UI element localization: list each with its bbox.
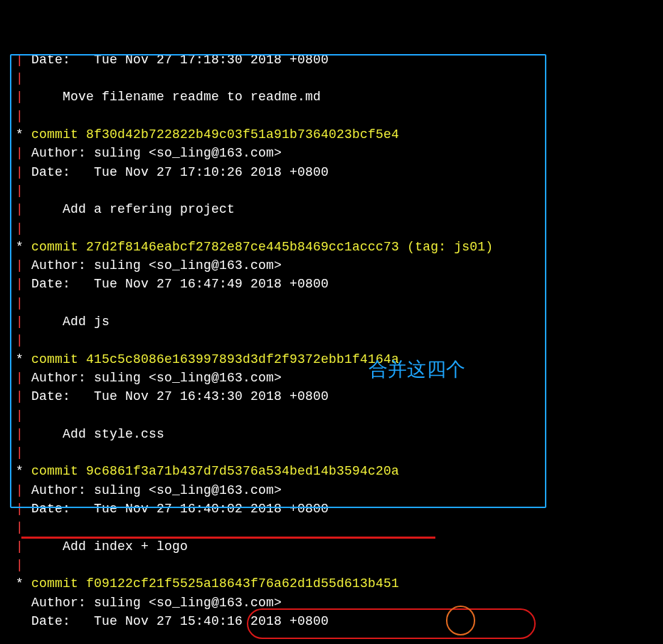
commit-date: Date: Tue Nov 27 17:18:30 2018 +0800 [31,53,329,67]
commit-date: Date: Tue Nov 27 15:40:16 2018 +0800 [31,614,329,628]
commit-author: Author: suling <so_ling@163.com> [31,258,282,273]
commit-hash: commit 27d2f8146eabcf2782e87ce445b8469cc… [31,240,399,254]
commit-tag: (tag: js01) [399,240,493,254]
commit-date: Date: Tue Nov 27 17:10:26 2018 +0800 [31,165,329,179]
commit-hash: commit 9c6861f3a71b437d7d5376a534bed14b3… [31,464,399,478]
commit-hash: commit 415c5c8086e163997893d3df2f9372ebb… [31,352,399,366]
commit-author: Author: suling <so_ling@163.com> [31,483,282,497]
commit-date: Date: Tue Nov 27 16:40:02 2018 +0800 [31,502,329,516]
commit-author: Author: suling <so_ling@163.com> [31,596,282,610]
terminal-output: | Date: Tue Nov 27 17:18:30 2018 +0800 |… [0,32,663,644]
commit-hash: commit 8f30d42b722822b49c03f51a91b736402… [31,127,399,142]
commit-date: Date: Tue Nov 27 16:43:30 2018 +0800 [31,389,329,403]
commit-message: Add index + logo [63,539,188,554]
commit-author: Author: suling <so_ling@163.com> [31,371,282,385]
commit-message: Move filename readme to readme.md [63,90,321,104]
commit-date: Date: Tue Nov 27 16:47:49 2018 +0800 [31,277,329,291]
terminal-window[interactable]: | Date: Tue Nov 27 17:18:30 2018 +0800 |… [0,0,663,644]
commit-message: Add a refering project [63,202,235,216]
commit-message: Add js [63,315,110,329]
commit-hash: commit f09122cf21f5525a18643f76a62d1d55d… [31,576,399,591]
commit-message: Add style.css [63,427,164,441]
commit-author: Author: suling <so_ling@163.com> [31,146,282,160]
